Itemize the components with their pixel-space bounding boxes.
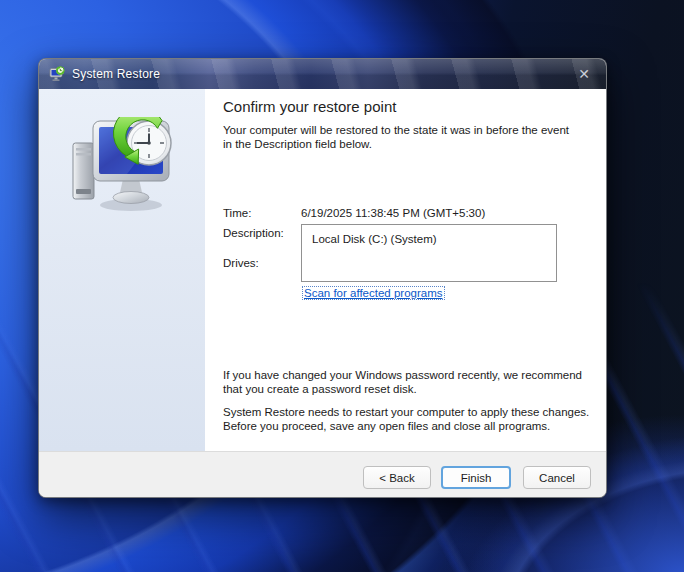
wizard-content: Confirm your restore point Your computer…: [205, 89, 606, 451]
restart-note: System Restore needs to restart your com…: [223, 405, 607, 433]
page-title: Confirm your restore point: [223, 98, 396, 115]
description-label: Description:: [223, 227, 284, 239]
system-restore-icon: [49, 66, 65, 82]
close-icon: ✕: [578, 67, 590, 81]
drive-item[interactable]: Local Disk (C:) (System): [302, 225, 556, 245]
sidebar-graphic-panel: [39, 89, 205, 451]
close-button[interactable]: ✕: [562, 59, 606, 89]
button-bar: < Back Finish Cancel: [39, 451, 606, 497]
system-restore-graphic: [71, 117, 175, 213]
drives-label: Drives:: [223, 257, 259, 269]
time-label: Time:: [223, 207, 251, 219]
system-restore-window: System Restore ✕: [38, 58, 607, 498]
desktop: System Restore ✕: [0, 0, 684, 572]
cancel-button[interactable]: Cancel: [523, 466, 591, 489]
finish-button[interactable]: Finish: [441, 466, 511, 489]
window-title: System Restore: [72, 67, 160, 81]
password-note: If you have changed your Windows passwor…: [223, 368, 605, 396]
back-button[interactable]: < Back: [363, 466, 431, 489]
time-value: 6/19/2025 11:38:45 PM (GMT+5:30): [301, 207, 485, 219]
titlebar[interactable]: System Restore ✕: [39, 59, 606, 89]
intro-text: Your computer will be restored to the st…: [223, 123, 595, 151]
scan-affected-programs-link[interactable]: Scan for affected programs: [302, 286, 445, 300]
drives-listbox[interactable]: Local Disk (C:) (System): [301, 224, 557, 282]
